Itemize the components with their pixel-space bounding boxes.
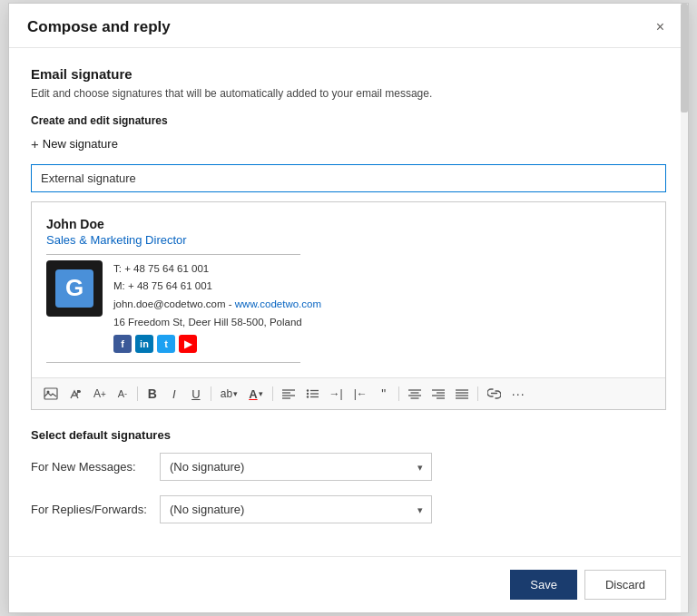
- sig-website[interactable]: www.codetwo.com: [235, 298, 321, 309]
- facebook-icon[interactable]: f: [113, 335, 132, 353]
- more-button[interactable]: ···: [507, 384, 530, 404]
- sig-logo: G: [46, 260, 103, 317]
- sig-contact-info: T: + 48 75 64 61 001 M: + 48 75 64 61 00…: [113, 260, 321, 353]
- toolbar-separator-5: [477, 386, 478, 401]
- italic-button[interactable]: I: [164, 384, 184, 404]
- sig-mobile: M: + 48 75 64 61 001: [113, 278, 321, 296]
- sig-address: 16 Freedom St, Deer Hill 58-500, Poland: [113, 314, 321, 332]
- scrollbar-track[interactable]: [681, 4, 688, 612]
- save-button[interactable]: Save: [510, 570, 577, 600]
- sig-email: john.doe@codetwo.com: [113, 298, 226, 309]
- linkedin-icon[interactable]: in: [135, 335, 153, 353]
- replies-row: For Replies/Forwards: (No signature) Ext…: [31, 495, 666, 523]
- dialog-header: Compose and reply ×: [9, 4, 688, 48]
- scrollbar-thumb[interactable]: [681, 4, 688, 112]
- default-signatures-section: Select default signatures For New Messag…: [31, 428, 666, 523]
- replies-select[interactable]: (No signature) External signature: [160, 495, 432, 523]
- toolbar-separator-2: [211, 386, 211, 401]
- highlight-button[interactable]: ab ▾: [216, 384, 242, 404]
- svg-point-6: [306, 389, 308, 391]
- font-increase-button[interactable]: A+: [89, 384, 111, 404]
- sig-phone: T: + 48 75 64 61 001: [113, 260, 321, 279]
- sig-divider-bottom: [46, 362, 300, 363]
- replies-label: For Replies/Forwards:: [31, 503, 149, 516]
- new-messages-label: For New Messages:: [31, 460, 149, 474]
- signature-editor-content[interactable]: John Doe Sales & Marketing Director G T:…: [32, 202, 665, 377]
- toolbar-separator-1: [137, 386, 138, 401]
- quote-button[interactable]: ": [374, 384, 394, 404]
- new-messages-select[interactable]: (No signature) External signature: [160, 453, 432, 481]
- svg-point-8: [306, 393, 308, 395]
- toolbar-separator-3: [272, 386, 273, 401]
- signature-toolbar: A+ A- B I U ab ▾ A ▾: [32, 377, 665, 409]
- highlight-dropdown-arrow: ▾: [233, 389, 238, 398]
- email-signature-section: Email signature Edit and choose signatur…: [31, 66, 666, 523]
- twitter-icon[interactable]: t: [157, 335, 175, 353]
- link-button[interactable]: [483, 384, 506, 404]
- svg-point-10: [306, 396, 308, 397]
- signature-name-input[interactable]: [31, 164, 666, 192]
- close-button[interactable]: ×: [651, 16, 670, 38]
- justify-button[interactable]: [451, 384, 473, 404]
- sig-body-row: G T: + 48 75 64 61 001 M: + 48 75 64 61 …: [46, 260, 651, 353]
- svg-rect-0: [44, 388, 57, 399]
- align-left-button[interactable]: [278, 384, 299, 404]
- insert-image-button[interactable]: [39, 384, 63, 404]
- youtube-icon[interactable]: ▶: [179, 335, 197, 353]
- align-right-button[interactable]: [427, 384, 449, 404]
- toolbar-separator-4: [398, 386, 399, 401]
- sig-social-icons: f in t ▶: [113, 335, 321, 353]
- email-signature-title: Email signature: [31, 66, 666, 82]
- dialog-title: Compose and reply: [27, 18, 171, 36]
- sig-title: Sales & Marketing Director: [46, 233, 651, 247]
- dialog-body: Email signature Edit and choose signatur…: [9, 48, 688, 556]
- underline-button[interactable]: U: [186, 384, 206, 404]
- compose-reply-dialog: Compose and reply × Email signature Edit…: [8, 3, 689, 613]
- list-button[interactable]: [301, 384, 323, 404]
- align-center-button[interactable]: [404, 384, 426, 404]
- plus-icon: +: [31, 136, 39, 152]
- bold-button[interactable]: B: [142, 384, 162, 404]
- new-messages-row: For New Messages: (No signature) Externa…: [31, 453, 666, 481]
- discard-button[interactable]: Discard: [584, 570, 666, 600]
- outdent-button[interactable]: |←: [349, 384, 372, 404]
- new-messages-select-wrapper: (No signature) External signature ▾: [160, 453, 432, 481]
- font-color-dropdown-arrow: ▾: [259, 389, 263, 398]
- replies-select-wrapper: (No signature) External signature ▾: [160, 495, 432, 523]
- sig-logo-letter: G: [55, 269, 93, 308]
- paint-format-button[interactable]: [64, 384, 87, 404]
- default-sig-title: Select default signatures: [31, 428, 666, 442]
- new-signature-label: New signature: [43, 137, 118, 151]
- email-signature-desc: Edit and choose signatures that will be …: [31, 87, 666, 100]
- create-edit-label: Create and edit signatures: [31, 114, 666, 127]
- font-decrease-button[interactable]: A-: [113, 384, 133, 404]
- dialog-footer: Save Discard: [9, 556, 688, 612]
- sig-divider-top: [46, 254, 300, 255]
- font-color-button[interactable]: A ▾: [244, 384, 267, 404]
- indent-button[interactable]: →|: [325, 384, 348, 404]
- sig-name: John Doe: [46, 217, 651, 231]
- sig-dash: -: [229, 298, 235, 309]
- sig-email-line: john.doe@codetwo.com - www.codetwo.com: [113, 296, 321, 314]
- new-signature-button[interactable]: + New signature: [31, 134, 118, 153]
- signature-editor: John Doe Sales & Marketing Director G T:…: [31, 201, 666, 410]
